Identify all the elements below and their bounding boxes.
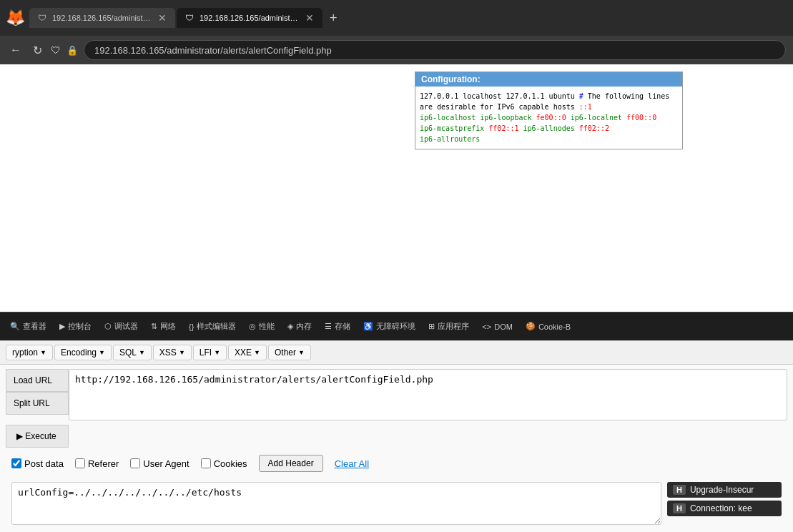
user-agent-label: User Agent xyxy=(143,458,189,469)
memory-icon: ◈ xyxy=(287,322,293,331)
header-2-label: Connection: kee xyxy=(690,503,752,513)
header-1-badge: H xyxy=(673,485,686,495)
devtools-dom[interactable]: <> DOM xyxy=(476,320,518,334)
devtools-debugger[interactable]: ⬡ 调试器 xyxy=(99,318,144,335)
execute-label: Execute xyxy=(25,431,56,441)
other-label: Other xyxy=(275,348,296,358)
hackbar-toolbar: ryption ▼ Encoding ▼ SQL ▼ XSS ▼ LFI ▼ X… xyxy=(0,340,793,365)
style-icon: {} xyxy=(189,322,194,331)
user-agent-checkbox[interactable] xyxy=(130,458,140,468)
bottom-area: H Upgrade-Insecur H Connection: kee xyxy=(6,479,787,528)
debugger-label: 调试器 xyxy=(114,321,138,332)
browser-chrome: 🦊 🛡 192.168.126.165/administrator/a ✕ 🛡 … xyxy=(0,0,793,36)
devtools-storage[interactable]: ☰ 存储 xyxy=(319,318,356,335)
header-item-1[interactable]: H Upgrade-Insecur xyxy=(667,482,782,498)
devtools-memory[interactable]: ◈ 内存 xyxy=(282,318,317,335)
post-data-label: Post data xyxy=(24,458,64,469)
tab-1-title: 192.168.126.165/administrator/a xyxy=(52,14,152,22)
storage-label: 存储 xyxy=(335,321,350,332)
xxe-arrow-icon: ▼ xyxy=(254,349,260,356)
tab-1[interactable]: 🛡 192.168.126.165/administrator/a ✕ xyxy=(29,8,175,28)
lfi-label: LFI xyxy=(200,348,212,358)
sidebar-buttons: Load URL Split URL xyxy=(6,369,69,420)
post-data-checkbox[interactable] xyxy=(11,458,21,468)
cookies-checkbox[interactable] xyxy=(201,458,211,468)
other-arrow-icon: ▼ xyxy=(298,349,305,356)
devtools-performance[interactable]: ◎ 性能 xyxy=(243,318,280,335)
url-textarea[interactable] xyxy=(69,369,787,420)
devtools-console[interactable]: ▶ 控制台 xyxy=(54,318,97,335)
console-icon: ▶ xyxy=(59,322,65,331)
execute-button[interactable]: ▶ Execute xyxy=(6,425,69,448)
encoding-label: Encoding xyxy=(61,348,97,358)
devtools-style[interactable]: {} 样式编辑器 xyxy=(183,318,242,335)
xss-dropdown[interactable]: XSS ▼ xyxy=(153,345,192,360)
sql-dropdown[interactable]: SQL ▼ xyxy=(113,345,152,360)
tab-2-security-icon: 🛡 xyxy=(185,13,194,23)
security-icon: 🛡 xyxy=(51,44,61,56)
load-url-button[interactable]: Load URL xyxy=(6,369,69,392)
devtools-network[interactable]: ⇅ 网络 xyxy=(145,318,182,335)
devtools-bar: 🔍 查看器 ▶ 控制台 ⬡ 调试器 ⇅ 网络 {} 样式编辑器 ◎ 性能 ◈ 内… xyxy=(0,312,793,340)
apps-icon: ⊞ xyxy=(428,322,435,331)
xxe-dropdown[interactable]: XXE ▼ xyxy=(228,345,267,360)
inspector-label: 查看器 xyxy=(23,321,46,332)
network-icon: ⇅ xyxy=(151,322,157,331)
other-dropdown[interactable]: Other ▼ xyxy=(268,345,311,360)
new-tab-button[interactable]: + xyxy=(324,8,343,29)
header-item-2[interactable]: H Connection: kee xyxy=(667,501,782,516)
tab-2-close[interactable]: ✕ xyxy=(305,12,314,24)
console-label: 控制台 xyxy=(68,321,92,332)
accessibility-icon: ♿ xyxy=(363,322,373,331)
referer-checkbox[interactable] xyxy=(75,458,85,468)
post-data-checkbox-group: Post data xyxy=(11,458,64,469)
page-upper: Configuration: 127.0.0.1 localhost 127.0… xyxy=(0,64,793,312)
post-data-textarea[interactable] xyxy=(11,482,661,525)
user-agent-checkbox-group: User Agent xyxy=(130,458,189,469)
reload-button[interactable]: ↻ xyxy=(30,41,45,60)
xxe-label: XXE xyxy=(235,348,252,358)
firefox-logo: 🦊 xyxy=(6,9,25,27)
header-1-label: Upgrade-Insecur xyxy=(690,485,754,495)
tab-2[interactable]: 🛡 192.168.126.165/administrator/a ✕ xyxy=(177,8,322,28)
tab-security-icon: 🛡 xyxy=(38,13,46,23)
add-header-button[interactable]: Add Header xyxy=(259,455,323,472)
clear-all-button[interactable]: Clear All xyxy=(335,458,369,469)
ryption-label: ryption xyxy=(12,348,38,358)
cookie-icon: 🍪 xyxy=(526,322,536,331)
style-label: 样式编辑器 xyxy=(197,321,236,332)
config-header: Configuration: xyxy=(415,72,682,87)
referer-checkbox-group: Referer xyxy=(75,458,119,469)
hackbar-main: Load URL Split URL ▶ Execute Post data R… xyxy=(0,365,793,532)
devtools-accessibility[interactable]: ♿ 无障碍环境 xyxy=(358,318,421,335)
apps-label: 应用程序 xyxy=(438,321,469,332)
dom-label: DOM xyxy=(494,322,513,331)
xss-label: XSS xyxy=(159,348,177,358)
encoding-arrow-icon: ▼ xyxy=(99,349,105,356)
dom-icon: <> xyxy=(482,322,491,331)
back-button[interactable]: ← xyxy=(7,41,24,59)
referer-label: Referer xyxy=(88,458,119,469)
tab-1-close[interactable]: ✕ xyxy=(158,12,167,24)
performance-icon: ◎ xyxy=(249,322,256,331)
devtools-apps[interactable]: ⊞ 应用程序 xyxy=(423,318,475,335)
execute-icon: ▶ xyxy=(16,431,23,441)
execute-row: ▶ Execute xyxy=(6,425,787,448)
ryption-dropdown[interactable]: ryption ▼ xyxy=(6,345,53,360)
devtools-inspector[interactable]: 🔍 查看器 xyxy=(4,318,52,335)
performance-label: 性能 xyxy=(259,321,275,332)
options-row: Post data Referer User Agent Cookies Add… xyxy=(6,452,787,475)
url-row: Load URL Split URL xyxy=(6,369,787,420)
storage-icon: ☰ xyxy=(325,322,332,331)
cookie-label: Cookie-B xyxy=(538,322,571,331)
address-input[interactable] xyxy=(84,40,786,60)
encoding-dropdown[interactable]: Encoding ▼ xyxy=(54,345,112,360)
main-content: Configuration: 127.0.0.1 localhost 127.0… xyxy=(0,64,793,532)
sql-arrow-icon: ▼ xyxy=(139,349,145,356)
tab-2-title: 192.168.126.165/administrator/a xyxy=(200,14,300,22)
lfi-dropdown[interactable]: LFI ▼ xyxy=(193,345,227,360)
split-url-button[interactable]: Split URL xyxy=(6,392,69,415)
devtools-cookie[interactable]: 🍪 Cookie-B xyxy=(520,319,576,334)
sql-label: SQL xyxy=(119,348,137,358)
header-2-badge: H xyxy=(673,503,686,513)
